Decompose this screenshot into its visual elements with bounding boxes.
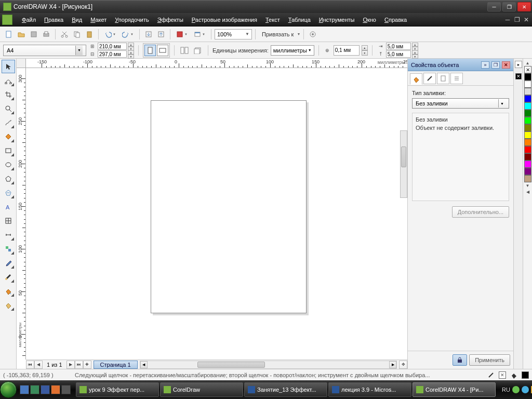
landscape-button[interactable] — [157, 45, 168, 56]
page-tab[interactable]: Страница 1 — [94, 361, 138, 369]
interactive-fill-tool[interactable] — [2, 298, 15, 312]
app-launcher-button[interactable]: ▼ — [174, 29, 190, 40]
horizontal-ruler[interactable]: миллиметры-150-100-50050100150200250300 — [26, 59, 407, 68]
outline-tool[interactable] — [2, 270, 15, 284]
taskbar-task[interactable]: Занятие_13 Эффект... — [244, 382, 327, 397]
zoom-combo[interactable]: 100%▼ — [215, 29, 252, 39]
page-size-combo[interactable]: A4▼ — [3, 45, 86, 56]
save-button[interactable] — [28, 29, 39, 40]
new-button[interactable] — [3, 29, 15, 40]
menu-item[interactable]: Таблица — [284, 15, 315, 25]
tray-icon-2[interactable] — [522, 386, 529, 393]
mdi-close-icon[interactable]: ✕ — [523, 16, 530, 23]
dup-y-spinner[interactable]: ▲▼ — [412, 50, 418, 58]
nudge-input[interactable]: 0,1 мм — [334, 45, 360, 56]
eyedropper-tool[interactable] — [2, 256, 15, 270]
color-swatch[interactable] — [524, 175, 531, 182]
cut-button[interactable] — [59, 29, 70, 40]
lock-button[interactable] — [453, 354, 467, 366]
no-color-swatch[interactable] — [524, 66, 531, 73]
welcome-button[interactable]: ▼ — [191, 29, 208, 40]
app-menu-icon[interactable] — [2, 15, 12, 25]
menu-item[interactable]: Макет — [86, 15, 111, 25]
next-page-button[interactable]: ▶ — [66, 361, 75, 369]
ruler-corner[interactable] — [17, 59, 26, 68]
mdi-minimize-icon[interactable]: ─ — [504, 16, 511, 23]
minimize-button[interactable]: ─ — [487, 2, 501, 11]
mdi-restore-icon[interactable]: ❐ — [513, 16, 521, 23]
color-swatch[interactable] — [524, 88, 531, 95]
taskbar-task[interactable]: CorelDRAW X4 - [Ри... — [413, 382, 496, 397]
interactive-tool[interactable] — [2, 242, 15, 256]
width-spinner[interactable]: ▲▼ — [128, 43, 134, 50]
taskbar-task[interactable]: лекция 3.9 - Micros... — [328, 382, 411, 397]
advanced-button[interactable]: Дополнительно... — [452, 206, 509, 218]
color-swatch[interactable] — [524, 95, 531, 102]
color-swatch[interactable] — [524, 131, 531, 139]
snap-dropdown-icon[interactable]: ▼ — [297, 32, 300, 36]
taskbar-task[interactable]: CorelDraw — [160, 382, 243, 397]
start-button[interactable] — [0, 380, 17, 399]
page-width-input[interactable]: 210,0 мм — [98, 43, 127, 50]
page-layout-button[interactable] — [179, 45, 190, 56]
docker-undock-icon[interactable]: ❐ — [491, 61, 500, 69]
menu-item[interactable]: Окно — [358, 15, 380, 25]
taskbar-task[interactable]: урок 9 Эффект пер... — [76, 382, 159, 397]
last-page-button[interactable]: ⏭ — [75, 361, 83, 369]
color-swatch[interactable] — [524, 168, 531, 175]
page[interactable] — [151, 100, 307, 313]
menu-item[interactable]: Вид — [68, 15, 86, 25]
copy-button[interactable] — [71, 29, 83, 40]
dup-x-input[interactable]: 5,0 мм — [386, 43, 411, 50]
fill-none-swatch[interactable] — [499, 371, 506, 379]
docker-expand-icon[interactable]: ▸ — [515, 61, 522, 68]
height-spinner[interactable]: ▲▼ — [128, 50, 134, 58]
docker-header[interactable]: Свойства объекта » ❐ ✕ — [408, 59, 513, 71]
ql-switch-icon[interactable] — [30, 385, 39, 394]
menu-item[interactable]: Файл — [18, 15, 40, 25]
canvas[interactable] — [26, 68, 407, 360]
pick-tool[interactable] — [2, 60, 15, 73]
prev-page-button[interactable]: ◀ — [34, 361, 43, 369]
dup-y-input[interactable]: 5,0 мм — [386, 50, 411, 58]
freehand-tool[interactable] — [2, 116, 15, 129]
color-swatch[interactable] — [524, 117, 531, 124]
rectangle-tool[interactable] — [2, 144, 15, 157]
color-swatch[interactable] — [524, 81, 531, 88]
vertical-scrollbar[interactable] — [400, 130, 407, 198]
export-button[interactable] — [155, 29, 167, 40]
units-combo[interactable]: миллиметры▼ — [271, 45, 314, 56]
print-button[interactable] — [41, 29, 52, 40]
menu-item[interactable]: Эффекты — [153, 15, 188, 25]
ql-expand-icon[interactable] — [61, 385, 71, 394]
vertical-ruler[interactable]: миллиметры300250200150100500 — [17, 68, 26, 360]
color-swatch[interactable] — [524, 153, 531, 161]
ql-firefox-icon[interactable] — [51, 385, 60, 394]
menu-item[interactable]: Текст — [261, 15, 284, 25]
table-tool[interactable] — [2, 214, 15, 228]
color-swatch[interactable] — [524, 161, 531, 168]
list-tab[interactable] — [450, 73, 463, 84]
dimension-tool[interactable] — [2, 228, 15, 242]
menu-item[interactable]: Растровые изображения — [188, 15, 261, 25]
palette-down-icon[interactable]: ▼ — [524, 182, 531, 189]
dup-x-spinner[interactable]: ▲▼ — [412, 43, 418, 50]
open-button[interactable] — [16, 29, 27, 40]
fill-type-combo[interactable]: Без заливки▼ — [412, 98, 509, 109]
page-height-input[interactable]: 297,0 мм — [98, 50, 127, 58]
horizontal-scrollbar[interactable]: ◀▶ — [140, 361, 397, 369]
first-page-button[interactable]: ⏮ — [26, 361, 34, 369]
pan-button[interactable]: ✥ — [399, 361, 407, 369]
ql-showdesktop-icon[interactable] — [20, 385, 29, 394]
ql-ie-icon[interactable] — [41, 385, 50, 394]
menu-item[interactable]: Правка — [40, 15, 68, 25]
fill-tool[interactable] — [2, 284, 15, 298]
options-button[interactable] — [307, 29, 318, 40]
nudge-spinner[interactable]: ▲▼ — [362, 45, 368, 56]
paste-button[interactable] — [84, 29, 95, 40]
color-swatch[interactable] — [524, 124, 531, 131]
docker-collapse-icon[interactable]: » — [481, 61, 489, 69]
language-indicator[interactable]: RU — [502, 387, 510, 393]
portrait-button[interactable] — [144, 45, 156, 56]
polygon-tool[interactable] — [2, 172, 15, 185]
